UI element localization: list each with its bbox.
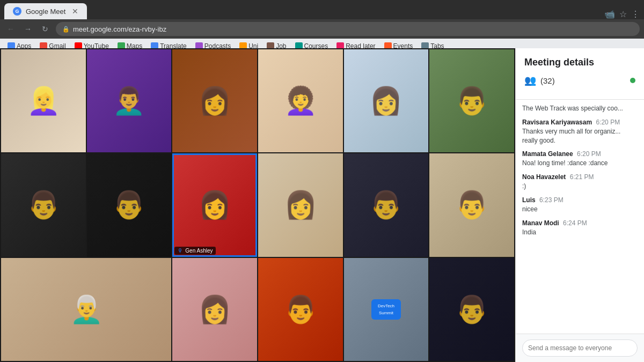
meeting-details-sidebar: Meeting details 👥 (32) The Web Track was… — [515, 48, 644, 362]
gen-ashley-label: 🎙 Gen Ashley — [174, 247, 216, 255]
person-15: 👨 — [258, 258, 343, 361]
video-cell-4: 👩‍🦱 — [258, 49, 343, 152]
mic-active-icon: 🎙 — [178, 248, 183, 254]
person-11: 👨 — [344, 153, 429, 256]
person-17: 👨 — [429, 258, 514, 361]
back-button[interactable]: ← — [4, 23, 17, 35]
tab-favicon: G — [13, 7, 21, 16]
chat-text-2: Noa! long time! :dance :dance — [522, 159, 638, 168]
person-5: 👩 — [344, 49, 429, 152]
video-cell-12: 👨 — [429, 153, 514, 256]
video-cell-7: 👨 — [1, 153, 86, 256]
person-4: 👩‍🦱 — [258, 49, 343, 152]
sidebar-header: Meeting details 👥 (32) — [516, 48, 644, 100]
video-cell-9: 👩 🎙 Gen Ashley — [172, 153, 257, 256]
person-8: 👨 — [87, 153, 172, 256]
chat-text-0: The Web Track was specially coo... — [522, 104, 638, 113]
person-3: 👩 — [172, 49, 257, 152]
person-2: 👨‍🦱 — [87, 49, 172, 152]
main-content: 👱‍♀️ 👨‍🦱 👩 👩‍🦱 👩 👨 — [0, 48, 644, 362]
video-cell-10: 👩 — [258, 153, 343, 256]
chat-text-3: :) — [522, 182, 638, 191]
address-bar[interactable]: 🔒 meet.google.com/eza-rvby-ibz — [56, 22, 640, 36]
active-tab[interactable]: G Google Meet ✕ — [4, 3, 87, 19]
participants-row: 👥 (32) — [524, 75, 635, 86]
chat-text-5: India — [522, 228, 638, 237]
video-cell-15: 👨 — [258, 258, 343, 361]
chat-input[interactable] — [522, 339, 638, 357]
person-10: 👩 — [258, 153, 343, 256]
tab-close-button[interactable]: ✕ — [72, 7, 78, 16]
person-13: 👨‍🦳 — [1, 258, 171, 361]
video-cell-2: 👨‍🦱 — [87, 49, 172, 152]
chat-message-1: Ravisara Kariyawasam 6:20 PM Thanks very… — [522, 119, 638, 145]
refresh-button[interactable]: ↻ — [39, 23, 52, 35]
video-cell-5: 👩 — [344, 49, 429, 152]
video-cell-3: 👩 — [172, 49, 257, 152]
bookmark-star-icon[interactable]: ☆ — [619, 9, 627, 19]
tab-title: Google Meet — [26, 8, 65, 16]
forward-button[interactable]: → — [21, 23, 34, 35]
chat-message-0: The Web Track was specially coo... — [522, 104, 638, 113]
online-indicator — [630, 78, 635, 83]
chat-message-3: Noa Havazelet 6:21 PM :) — [522, 173, 638, 191]
person-14: 👩 — [172, 258, 257, 361]
chat-text-4: nicee — [522, 205, 638, 214]
person-12: 👨 — [429, 153, 514, 256]
person-6: 👨 — [429, 49, 514, 152]
participants-icon: 👥 — [524, 75, 536, 86]
video-cell-14: 👩 — [172, 258, 257, 361]
chat-input-area — [516, 334, 644, 362]
browser-chrome: G Google Meet ✕ 📹 ☆ ⋮ ← → ↻ 🔒 meet.googl… — [0, 0, 644, 48]
video-cell-13: 👨‍🦳 — [1, 258, 171, 361]
chat-sender-2: Mamata Gelanee 6:20 PM — [522, 150, 638, 158]
chat-sender-3: Noa Havazelet 6:21 PM — [522, 173, 638, 181]
video-cell-17: 👨 — [429, 258, 514, 361]
chat-sender-5: Manav Modi 6:24 PM — [522, 219, 638, 227]
top-right-icons: 📹 ☆ ⋮ — [604, 9, 640, 19]
chat-message-4: Luis 6:23 PM nicee — [522, 196, 638, 214]
person-1: 👱‍♀️ — [1, 49, 86, 152]
chat-sender-4: Luis 6:23 PM — [522, 196, 638, 204]
person-9: 👩 — [172, 153, 257, 256]
chat-sender-1: Ravisara Kariyawasam 6:20 PM — [522, 119, 638, 126]
sidebar-title: Meeting details — [524, 57, 635, 68]
video-grid: 👱‍♀️ 👨‍🦱 👩 👩‍🦱 👩 👨 — [0, 48, 515, 362]
participants-count: (32) — [540, 76, 555, 85]
url-text: meet.google.com/eza-rvby-ibz — [73, 25, 166, 33]
video-cell-6: 👨 — [429, 49, 514, 152]
video-icon[interactable]: 📹 — [604, 9, 615, 19]
video-cell-11: 👨 — [344, 153, 429, 256]
chat-messages: The Web Track was specially coo... Ravis… — [516, 100, 644, 334]
gen-ashley-name: Gen Ashley — [185, 248, 213, 254]
video-cell-16: DevTech Summit — [344, 258, 429, 361]
lock-icon: 🔒 — [62, 26, 70, 33]
person-16: DevTech Summit — [344, 258, 429, 361]
video-cell-8: 👨 — [87, 153, 172, 256]
chat-text-1: Thanks very much all for organiz... real… — [522, 127, 638, 145]
chat-message-5: Manav Modi 6:24 PM India — [522, 219, 638, 237]
more-options-icon[interactable]: ⋮ — [631, 9, 640, 19]
address-bar-row: ← → ↻ 🔒 meet.google.com/eza-rvby-ibz — [0, 19, 644, 39]
tab-bar: G Google Meet ✕ 📹 ☆ ⋮ — [0, 0, 644, 19]
person-7: 👨 — [1, 153, 86, 256]
video-cell-1: 👱‍♀️ — [1, 49, 86, 152]
chat-message-2: Mamata Gelanee 6:20 PM Noa! long time! :… — [522, 150, 638, 168]
